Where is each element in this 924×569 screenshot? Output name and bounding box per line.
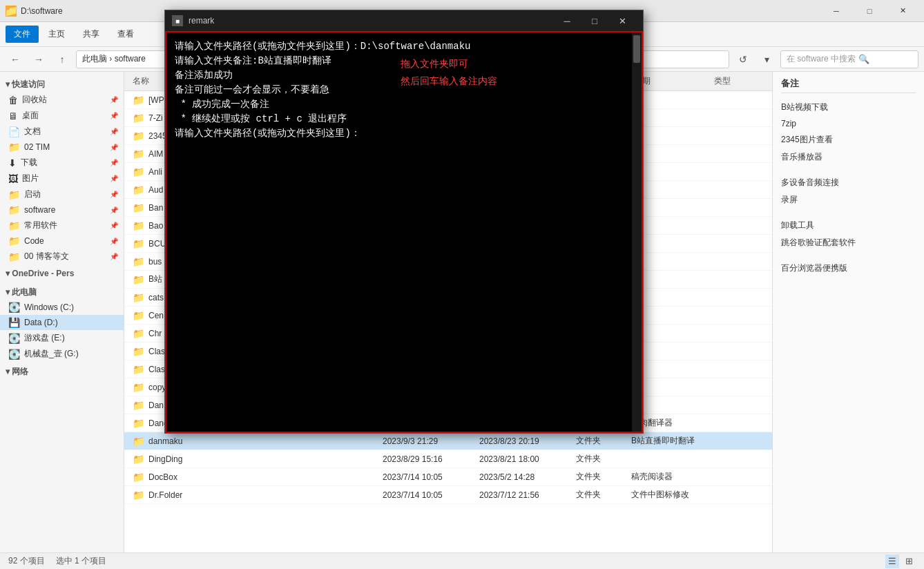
tab-view[interactable]: 查看 (109, 26, 142, 43)
explorer-title-icon: 📁 (6, 6, 17, 17)
terminal-maximize-button[interactable]: □ (581, 10, 608, 31)
pin-icon-10: 📌 (110, 238, 118, 245)
sidebar-section-network[interactable]: ▾ 网络 (0, 362, 124, 379)
sidebar-item-pictures[interactable]: 🖼 图片 📌 (0, 171, 124, 186)
folder-icon-16: 📁 (133, 364, 144, 375)
folder-icon-7: 📁 (133, 202, 144, 213)
terminal-content[interactable]: 请输入文件夹路径(或拖动文件夹到这里)：D:\software\danmaku … (166, 32, 642, 432)
folder-icon-23: 📁 (133, 490, 144, 501)
view-details-button[interactable]: ☰ (885, 554, 899, 568)
terminal-line-8: 请输入文件夹路径(或拖动文件夹到这里)： (175, 126, 633, 141)
explorer-minimize-button[interactable]: ─ (820, 0, 852, 22)
terminal-hint-line2: 然后回车输入备注内容 (401, 73, 497, 90)
sidebar-section-onedrive[interactable]: ▾ OneDrive - Pers (0, 264, 124, 280)
sidebar-item-02tim[interactable]: 📁 02 TIM 📌 (0, 139, 124, 155)
tab-home[interactable]: 主页 (40, 26, 73, 43)
terminal-close-button[interactable]: ✕ (608, 10, 636, 31)
file-row-danmaku[interactable]: 📁danmaku 2023/9/3 21:29 2023/8/23 20:19 … (124, 432, 772, 450)
right-panel-item-music[interactable]: 音乐播放器 (781, 148, 916, 166)
search-box[interactable]: 在 software 中搜索 🔍 (780, 50, 918, 68)
right-panel-item-bzideo[interactable]: B站视频下载 (781, 99, 916, 116)
sidebar-item-common-software[interactable]: 📁 常用软件 📌 (0, 218, 124, 233)
refresh-button[interactable]: ↺ (733, 50, 753, 69)
sidebar-item-software[interactable]: 📁 software 📌 (0, 202, 124, 218)
file-row-dingding[interactable]: 📁DingDing 2023/8/29 15:16 2023/8/21 18:0… (124, 450, 772, 468)
dropdown-button[interactable]: ▾ (757, 50, 776, 69)
folder-icon-21: 📁 (133, 454, 144, 465)
pin-icon-2: 📌 (110, 112, 118, 119)
back-button[interactable]: ← (6, 50, 25, 69)
folder-02tim-icon: 📁 (8, 142, 20, 153)
status-bar: 92 个项目 选中 1 个项目 ☰ ⊞ (0, 552, 924, 569)
sidebar-item-mech-g[interactable]: 💽 机械盘_壹 (G:) (0, 346, 124, 362)
file-row-drfolder[interactable]: 📁Dr.Folder 2023/7/14 10:05 2023/7/12 21:… (124, 486, 772, 504)
up-button[interactable]: ↑ (52, 50, 72, 69)
forward-button[interactable]: → (29, 50, 48, 69)
code-folder-icon: 📁 (8, 235, 20, 247)
drive-e-icon: 💽 (8, 333, 20, 344)
folder-icon-15: 📁 (133, 346, 144, 357)
view-tiles-button[interactable]: ⊞ (902, 554, 916, 568)
sidebar-item-windows-c[interactable]: 💽 Windows (C:) (0, 300, 124, 315)
drive-d-icon: 💾 (8, 317, 20, 328)
sidebar-item-recycle[interactable]: 🗑 回收站 📌 (0, 92, 124, 108)
sidebar-item-data-d[interactable]: 💾 Data (D:) (0, 315, 124, 330)
terminal-scrollbar-thumb (633, 35, 640, 63)
tab-file[interactable]: 文件 (6, 26, 39, 43)
drive-c-icon: 💽 (8, 302, 20, 313)
right-panel-item-multidev[interactable]: 多设备音频连接 (781, 174, 916, 191)
sidebar-item-blog[interactable]: 📁 00 博客等文 📌 (0, 249, 124, 264)
right-panel-item-google-auth[interactable]: 跳谷歌验证配套软件 (781, 234, 916, 251)
right-panel-item-browser[interactable]: 百分浏览器便携版 (781, 260, 916, 277)
terminal-line-6: * 继续处理或按 ctrl + c 退出程序 (175, 112, 633, 126)
right-panel-item-7zip[interactable]: 7zip (781, 116, 916, 131)
folder-icon-13: 📁 (133, 310, 144, 321)
pictures-icon: 🖼 (8, 173, 18, 184)
right-panel-spacer-3 (781, 251, 916, 260)
sidebar-item-startup[interactable]: 📁 启动 📌 (0, 186, 124, 202)
right-panel-item-record[interactable]: 录屏 (781, 191, 916, 209)
terminal-content-wrapper: 请输入文件夹路径(或拖动文件夹到这里)：D:\software\danmaku … (165, 31, 643, 433)
tab-share[interactable]: 共享 (75, 26, 108, 43)
explorer-maximize-button[interactable]: □ (854, 0, 885, 22)
terminal-title-bar: ■ remark ─ □ ✕ (165, 10, 643, 31)
pin-icon-6: 📌 (110, 175, 118, 182)
right-panel-spacer-2 (781, 209, 916, 217)
folder-icon-11: 📁 (133, 274, 144, 285)
sidebar-item-docs[interactable]: 📄 文档 📌 (0, 124, 124, 139)
pin-icon-8: 📌 (110, 206, 118, 214)
sidebar-section-this-pc[interactable]: ▾ 此电脑 (0, 282, 124, 300)
terminal-scrollbar[interactable] (632, 32, 642, 432)
sidebar-item-desktop[interactable]: 🖥 桌面 📌 (0, 108, 124, 124)
docs-icon: 📄 (8, 126, 20, 137)
folder-icon-17: 📁 (133, 382, 144, 393)
recycle-icon: 🗑 (8, 95, 18, 106)
explorer-title-buttons: ─ □ ✕ (820, 0, 918, 22)
terminal-icon: ■ (172, 15, 183, 26)
sidebar-section-quick-access[interactable]: ▾ 快速访问 (0, 75, 124, 92)
startup-icon: 📁 (8, 189, 20, 200)
header-type[interactable]: 类型 (711, 75, 767, 87)
folder-icon-8: 📁 (133, 220, 144, 231)
explorer-close-button[interactable]: ✕ (887, 0, 918, 22)
folder-icon-14: 📁 (133, 328, 144, 339)
folder-icon-4: 📁 (133, 148, 144, 160)
right-panel-header: 备注 (781, 77, 916, 93)
sidebar-item-code[interactable]: 📁 Code 📌 (0, 233, 124, 249)
sidebar-item-downloads[interactable]: ⬇ 下载 📌 (0, 155, 124, 171)
file-row-docbox[interactable]: 📁DocBox 2023/7/14 10:05 2023/5/2 14:28 文… (124, 468, 772, 486)
right-panel-item-uninstall[interactable]: 卸载工具 (781, 217, 916, 234)
sidebar-item-games-e[interactable]: 💽 游戏盘 (E:) (0, 330, 124, 346)
blog-icon: 📁 (8, 251, 20, 262)
terminal-minimize-button[interactable]: ─ (553, 10, 581, 31)
pin-icon-11: 📌 (110, 253, 118, 260)
address-path: 此电脑 › software (82, 53, 146, 65)
right-panel-item-2345[interactable]: 2345图片查看 (781, 131, 916, 148)
right-panel-spacer-1 (781, 166, 916, 174)
folder-icon-5: 📁 (133, 166, 144, 177)
folder-icon-19: 📁 (133, 418, 144, 429)
folder-icon-22: 📁 (133, 472, 144, 483)
toolbar-tabs: 文件 主页 共享 查看 (6, 26, 142, 43)
status-selected: 选中 1 个项目 (56, 555, 106, 567)
folder-icon: 📁 (133, 95, 144, 106)
